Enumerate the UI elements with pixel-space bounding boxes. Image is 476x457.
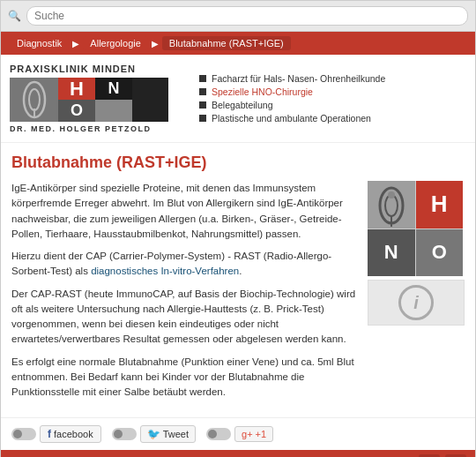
facebook-toggle[interactable]	[11, 428, 36, 440]
breadcrumb-allergologie[interactable]: Allergologie	[83, 36, 147, 50]
side-img-ear	[368, 181, 415, 228]
svg-point-7	[388, 191, 395, 199]
bullet-square-3	[199, 101, 206, 109]
bullet-2: Spezielle HNO-Chirurgie	[199, 86, 466, 97]
ear-decoration-icon	[17, 78, 52, 122]
tweet-button[interactable]: 🐦 Tweet	[140, 425, 196, 443]
paragraph-4: Es erfolgt eine normale Blutabnahme (Pun…	[11, 355, 359, 401]
paragraph-1: IgE-Antikörper sind spezielle Proteine, …	[11, 181, 359, 242]
diagnostic-link[interactable]: diagnostisches In-vitro-Verfahren	[91, 266, 239, 276]
search-icon: 🔍	[8, 10, 21, 22]
logo-image: H N O	[10, 78, 168, 122]
side-image-grid: H N O	[368, 181, 463, 276]
side-img-h: H	[416, 181, 464, 228]
logo-letter-o2	[95, 100, 132, 122]
doctor-name: DR. MED. HOLGER PETZOLD	[10, 124, 186, 133]
search-input[interactable]	[26, 6, 468, 26]
content-sidebar: H N O i	[368, 181, 465, 407]
side-img-o: O	[416, 229, 464, 277]
content-area: IgE-Antikörper sind spezielle Proteine, …	[11, 181, 465, 407]
tweet-btn-group: 🐦 Tweet	[112, 425, 196, 443]
breadcrumb: Diagnostik ▶ Allergologie ▶ Blutabnahme …	[1, 32, 475, 55]
social-bar: f facebook 🐦 Tweet g+ +1	[1, 417, 475, 450]
tweet-label: Tweet	[163, 429, 189, 439]
logo-letter-n: N	[95, 78, 132, 100]
logo-letter-o1: O	[58, 100, 95, 122]
footer-bar: ⬇ ⬆	[1, 450, 475, 457]
bullet-3: Belegabteilung	[199, 100, 466, 110]
header-bullets: Facharzt für Hals- Nasen- Ohrenheilkunde…	[186, 64, 466, 133]
gplus-button[interactable]: g+ +1	[234, 426, 273, 442]
site-header: PRAXISKLINIK MINDEN H N O	[1, 55, 475, 143]
svg-point-1	[29, 89, 40, 110]
facebook-label: facebook	[54, 429, 93, 439]
gplus-btn-group: g+ +1	[206, 426, 273, 442]
ear-image-icon	[369, 181, 413, 228]
bullet-square-4	[199, 115, 206, 122]
content-text: IgE-Antikörper sind spezielle Proteine, …	[11, 181, 359, 407]
page-wrapper: 🔍 Diagnostik ▶ Allergologie ▶ Blutabnahm…	[0, 0, 476, 457]
breadcrumb-current: Blutabnahme (RAST+IGE)	[162, 36, 291, 50]
clinic-name: PRAXISKLINIK MINDEN	[10, 64, 186, 74]
facebook-icon: f	[48, 428, 51, 440]
bullet-4: Plastische und ambulante Operationen	[199, 113, 466, 124]
bullet-1: Facharzt für Hals- Nasen- Ohrenheilkunde	[199, 73, 466, 84]
paragraph-3: Der CAP-RAST (heute ImmunoCAP, auf Basis…	[11, 287, 359, 348]
search-bar: 🔍	[1, 1, 475, 32]
facebook-btn-group: f facebook	[11, 425, 101, 443]
breadcrumb-sep-2: ▶	[152, 39, 159, 49]
side-img-n: N	[368, 229, 415, 277]
gplus-count-label: +1	[256, 429, 267, 439]
tweet-toggle[interactable]	[112, 428, 137, 440]
facebook-button[interactable]: f facebook	[40, 425, 101, 443]
gplus-label: g+	[242, 429, 253, 439]
gplus-toggle[interactable]	[206, 428, 231, 440]
breadcrumb-diagnostik[interactable]: Diagnostik	[10, 36, 69, 50]
twitter-icon: 🐦	[147, 428, 160, 440]
paragraph-2: Hierzu dient der CAP (Carrier-Polymer-Sy…	[11, 249, 359, 280]
logo-letter-h: H	[58, 78, 95, 100]
bullet-square-1	[199, 75, 206, 82]
page-title: Blutabnahme (RAST+IGE)	[11, 154, 465, 172]
bullet-square-2	[199, 88, 206, 95]
logo-area: PRAXISKLINIK MINDEN H N O	[10, 64, 186, 133]
side-info-cell: i	[368, 280, 465, 326]
info-icon: i	[398, 285, 434, 320]
breadcrumb-sep-1: ▶	[72, 39, 79, 49]
main-content: Blutabnahme (RAST+IGE) IgE-Antikörper si…	[1, 143, 475, 414]
